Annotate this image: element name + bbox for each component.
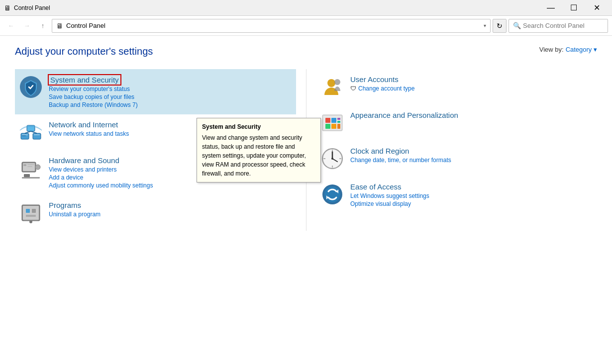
svg-rect-19 — [26, 209, 30, 213]
system-security-link-3[interactable]: Backup and Restore (Windows 7) — [49, 101, 292, 108]
svg-line-5 — [31, 131, 37, 133]
svg-rect-8 — [22, 135, 26, 136]
svg-rect-29 — [331, 118, 336, 123]
refresh-button[interactable]: ↻ — [493, 19, 507, 33]
title-bar-controls: — ☐ ✕ — [539, 0, 608, 16]
page-title: Adjust your computer's settings — [15, 46, 597, 57]
category-ease: Ease of Access Let Windows suggest setti… — [316, 177, 597, 213]
shield-small-icon: 🛡 — [350, 85, 356, 92]
ease-title[interactable]: Ease of Access — [350, 182, 402, 191]
ease-icon — [320, 182, 344, 206]
tooltip: System and Security View and change syst… — [197, 118, 321, 182]
svg-rect-23 — [24, 220, 38, 221]
svg-rect-13 — [22, 177, 40, 179]
hardware-title[interactable]: Hardware and Sound — [49, 156, 119, 165]
close-button[interactable]: ✕ — [585, 0, 608, 16]
hardware-link-3[interactable]: Adjust commonly used mobility settings — [49, 182, 292, 189]
tooltip-text: View and change system and security stat… — [202, 133, 315, 178]
system-security-icon — [19, 75, 43, 99]
svg-rect-32 — [337, 118, 340, 120]
maximize-button[interactable]: ☐ — [562, 0, 585, 16]
clock-link-1[interactable]: Change date, time, or number formats — [350, 157, 593, 164]
search-input[interactable] — [523, 22, 593, 29]
search-box[interactable]: 🔍 — [509, 19, 608, 33]
main-content: Adjust your computer's settings View by:… — [0, 36, 612, 241]
search-icon: 🔍 — [513, 22, 521, 29]
svg-rect-31 — [331, 124, 336, 129]
app-icon: 🖥 — [4, 4, 11, 12]
clock-content: Clock and Region Change date, time, or n… — [350, 147, 593, 164]
forward-button[interactable]: → — [20, 19, 34, 33]
up-button[interactable]: ↑ — [36, 19, 50, 33]
user-accounts-link-1[interactable]: Change account type — [358, 85, 414, 92]
right-column: User Accounts 🛡 Change account type — [306, 69, 597, 231]
system-security-link-2[interactable]: Save backup copies of your files — [49, 93, 292, 100]
address-field[interactable]: 🖥 Control Panel ▾ — [52, 19, 491, 33]
svg-rect-34 — [337, 124, 340, 129]
ease-link-2[interactable]: Optimize visual display — [350, 200, 593, 207]
svg-rect-6 — [22, 134, 28, 135]
address-dropdown-icon[interactable]: ▾ — [484, 23, 486, 28]
appearance-title[interactable]: Appearance and Personalization — [350, 111, 458, 119]
system-security-link-1[interactable]: Review your computer's status — [49, 86, 292, 92]
hardware-icon — [19, 156, 43, 180]
clock-title[interactable]: Clock and Region — [350, 147, 409, 155]
network-icon — [19, 120, 43, 144]
svg-rect-30 — [325, 124, 330, 129]
svg-rect-7 — [34, 134, 40, 135]
svg-rect-18 — [23, 206, 39, 220]
title-bar-left: 🖥 Control Panel — [4, 4, 50, 12]
svg-rect-3 — [33, 133, 41, 139]
svg-point-39 — [331, 158, 333, 160]
svg-rect-16 — [27, 166, 32, 167]
user-accounts-content: User Accounts 🛡 Change account type — [350, 75, 593, 92]
svg-rect-12 — [24, 174, 30, 177]
svg-line-4 — [25, 131, 31, 133]
svg-rect-20 — [32, 209, 36, 213]
address-text: Control Panel — [66, 22, 481, 29]
category-appearance: Appearance and Personalization — [316, 105, 597, 141]
minimize-button[interactable]: — — [539, 0, 562, 16]
category-system-security: System and Security Review your computer… — [15, 69, 296, 114]
svg-point-11 — [35, 165, 40, 170]
svg-rect-14 — [23, 164, 26, 166]
ease-content: Ease of Access Let Windows suggest setti… — [350, 182, 593, 207]
category-clock: Clock and Region Change date, time, or n… — [316, 141, 597, 177]
user-accounts-title[interactable]: User Accounts — [350, 75, 399, 84]
ease-link-1[interactable]: Let Windows suggest settings — [350, 192, 593, 199]
back-button[interactable]: ← — [4, 19, 18, 33]
clock-icon — [320, 147, 344, 171]
svg-rect-21 — [26, 215, 36, 217]
programs-icon — [19, 201, 43, 225]
category-user-accounts: User Accounts 🛡 Change account type — [316, 69, 597, 105]
appearance-content: Appearance and Personalization — [350, 111, 593, 120]
address-bar: ← → ↑ 🖥 Control Panel ▾ ↻ 🔍 — [0, 16, 612, 36]
programs-content: Programs Uninstall a program — [49, 201, 292, 218]
svg-rect-33 — [337, 121, 340, 123]
address-icon: 🖥 — [56, 22, 63, 30]
view-by-label: View by: — [539, 46, 564, 53]
svg-rect-15 — [27, 164, 34, 165]
svg-rect-28 — [325, 118, 330, 123]
programs-link-1[interactable]: Uninstall a program — [49, 211, 292, 218]
title-bar: 🖥 Control Panel — ☐ ✕ — [0, 0, 612, 16]
category-programs: Programs Uninstall a program — [15, 195, 296, 231]
user-accounts-icon — [320, 75, 344, 99]
system-security-content: System and Security Review your computer… — [49, 75, 292, 108]
network-title[interactable]: Network and Internet — [49, 120, 118, 129]
programs-title[interactable]: Programs — [49, 201, 81, 209]
window-title: Control Panel — [14, 4, 50, 11]
svg-point-24 — [327, 79, 335, 87]
appearance-icon — [320, 111, 344, 135]
view-by-dropdown[interactable]: Category ▾ — [566, 46, 597, 53]
svg-point-25 — [334, 79, 340, 85]
view-by: View by: Category ▾ — [539, 46, 597, 53]
system-security-title[interactable]: System and Security — [49, 75, 120, 85]
tooltip-title: System and Security — [202, 122, 315, 131]
